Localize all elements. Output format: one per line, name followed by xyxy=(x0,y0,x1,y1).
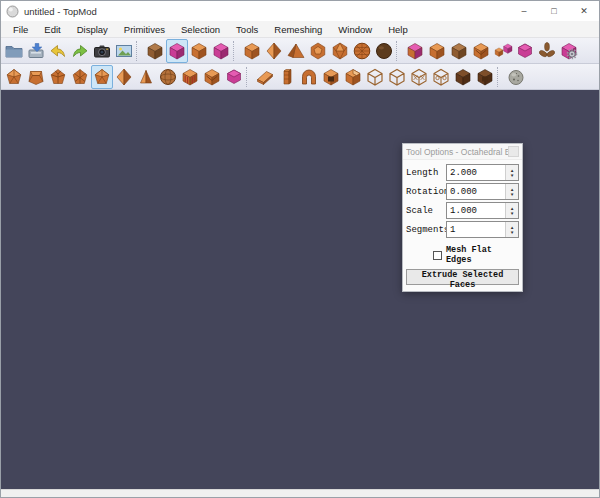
field-row-length: Length▲▼ xyxy=(406,164,519,181)
segments-label: Segments xyxy=(406,225,446,235)
menu-remeshing[interactable]: Remeshing xyxy=(266,22,330,37)
window-controls: – □ ✕ xyxy=(509,1,599,21)
create-octahedron-icon[interactable] xyxy=(263,39,285,63)
scale-label: Scale xyxy=(406,206,446,216)
notch-cube-icon[interactable] xyxy=(201,65,223,89)
menu-edit[interactable]: Edit xyxy=(36,22,68,37)
cube-wood-icon[interactable] xyxy=(144,39,166,63)
undo-icon[interactable] xyxy=(47,39,69,63)
gear-cube-icon[interactable] xyxy=(558,39,580,63)
length-label: Length xyxy=(406,168,446,178)
screenshot-icon[interactable] xyxy=(113,39,135,63)
dome-icon[interactable] xyxy=(3,65,25,89)
field-row-scale: Scale▲▼ xyxy=(406,202,519,219)
toolbar-separator xyxy=(246,67,253,87)
rock-sphere-icon[interactable] xyxy=(505,65,527,89)
menu-bar: FileEditDisplayPrimitivesSelectionToolsR… xyxy=(1,21,599,38)
menu-tools[interactable]: Tools xyxy=(228,22,266,37)
mesh-sphere-icon[interactable] xyxy=(157,65,179,89)
dialog-float-button[interactable] xyxy=(508,146,519,157)
segments-input[interactable] xyxy=(447,222,505,237)
length-spinbox: ▲▼ xyxy=(446,164,519,181)
rotation-label: Rotation xyxy=(406,187,446,197)
dome-cut-icon[interactable] xyxy=(47,65,69,89)
wireframe-x-cube-icon[interactable] xyxy=(408,65,430,89)
menu-file[interactable]: File xyxy=(5,22,36,37)
propeller-icon[interactable] xyxy=(536,39,558,63)
rotation-spinbox: ▲▼ xyxy=(446,183,519,200)
scale-input[interactable] xyxy=(447,203,505,218)
cube-pink-icon[interactable] xyxy=(166,39,188,63)
window-title: untitled - TopMod xyxy=(24,6,97,17)
open-file-icon[interactable] xyxy=(3,39,25,63)
mesh-flat-edges-label: Mesh Flat Edges xyxy=(446,245,522,265)
octahedron-small-icon[interactable] xyxy=(113,65,135,89)
dome-cube-icon[interactable] xyxy=(25,65,47,89)
save-file-icon[interactable] xyxy=(25,39,47,63)
length-input[interactable] xyxy=(447,165,505,180)
dialog-fields: Length▲▼Rotation▲▼Scale▲▼Segments▲▼ xyxy=(403,160,522,242)
dome-select-icon[interactable] xyxy=(91,65,113,89)
app-icon xyxy=(6,5,19,18)
corner-cut-cube-icon[interactable] xyxy=(342,65,364,89)
create-soccer-ball-icon[interactable] xyxy=(373,39,395,63)
segments-spinbox: ▲▼ xyxy=(446,221,519,238)
menu-window[interactable]: Window xyxy=(330,22,380,37)
cone-icon[interactable] xyxy=(135,65,157,89)
rotation-spinner[interactable]: ▲▼ xyxy=(505,184,518,199)
close-button[interactable]: ✕ xyxy=(569,1,599,21)
menu-display[interactable]: Display xyxy=(69,22,116,37)
wedge-icon[interactable] xyxy=(254,65,276,89)
field-row-segments: Segments▲▼ xyxy=(406,221,519,238)
status-bar xyxy=(1,489,599,497)
minimize-button[interactable]: – xyxy=(509,1,539,21)
wireframe-cube-icon[interactable] xyxy=(364,65,386,89)
extrude-selected-faces-button[interactable]: Extrude Selected Faces xyxy=(406,269,519,285)
menu-primitives[interactable]: Primitives xyxy=(116,22,173,37)
create-geodesic-sphere-icon[interactable] xyxy=(351,39,373,63)
create-icosahedron-icon[interactable] xyxy=(329,39,351,63)
toolbar-separator xyxy=(396,41,403,61)
arch-icon[interactable] xyxy=(298,65,320,89)
cube-pink-orange-icon[interactable] xyxy=(404,39,426,63)
cube-plain-icon[interactable] xyxy=(426,39,448,63)
field-row-rotation: Rotation▲▼ xyxy=(406,183,519,200)
segments-spinner[interactable]: ▲▼ xyxy=(505,222,518,237)
mesh-flat-edges-row[interactable]: Mesh Flat Edges xyxy=(433,245,522,265)
menu-help[interactable]: Help xyxy=(380,22,416,37)
create-dodecahedron-icon[interactable] xyxy=(307,39,329,63)
app-window: untitled - TopMod – □ ✕ FileEditDisplayP… xyxy=(0,0,600,498)
scale-spinner[interactable]: ▲▼ xyxy=(505,203,518,218)
create-cube-icon[interactable] xyxy=(241,39,263,63)
rounded-cube-icon[interactable] xyxy=(448,39,470,63)
dark-cube-icon[interactable] xyxy=(452,65,474,89)
title-bar: untitled - TopMod – □ ✕ xyxy=(1,1,599,21)
tool-options-dialog: Tool Options - Octahedral Ex... Length▲▼… xyxy=(402,143,523,292)
dark-cube2-icon[interactable] xyxy=(474,65,496,89)
redo-icon[interactable] xyxy=(69,39,91,63)
scale-spinbox: ▲▼ xyxy=(446,202,519,219)
rotation-input[interactable] xyxy=(447,184,505,199)
cube-orange-icon[interactable] xyxy=(188,39,210,63)
toolbar-primitives xyxy=(1,38,599,64)
hex-prism-icon[interactable] xyxy=(223,65,245,89)
subdivided-cube-icon[interactable] xyxy=(470,39,492,63)
hollow-cube-icon[interactable] xyxy=(320,65,342,89)
toolbar-tools xyxy=(1,64,599,90)
menu-selection[interactable]: Selection xyxy=(173,22,228,37)
camera-icon[interactable] xyxy=(91,39,113,63)
cube-magenta-icon[interactable] xyxy=(210,39,232,63)
mesh-flat-edges-checkbox[interactable] xyxy=(433,251,442,260)
wireframe-hole-cube-icon[interactable] xyxy=(430,65,452,89)
wireframe-cube2-icon[interactable] xyxy=(386,65,408,89)
column-icon[interactable] xyxy=(276,65,298,89)
maximize-button[interactable]: □ xyxy=(539,1,569,21)
pink-dodecahedron-icon[interactable] xyxy=(514,39,536,63)
striped-cube-icon[interactable] xyxy=(179,65,201,89)
dome-facet-icon[interactable] xyxy=(69,65,91,89)
toolbar-separator xyxy=(233,41,240,61)
dialog-title-bar[interactable]: Tool Options - Octahedral Ex... xyxy=(403,144,522,160)
length-spinner[interactable]: ▲▼ xyxy=(505,165,518,180)
dual-cubes-icon[interactable] xyxy=(492,39,514,63)
create-tetrahedron-icon[interactable] xyxy=(285,39,307,63)
